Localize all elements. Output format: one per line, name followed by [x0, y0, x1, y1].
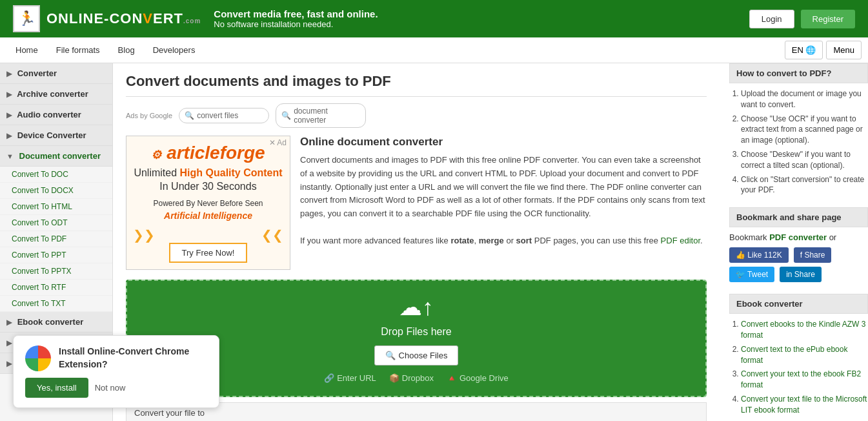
- arrow-icon: ▶: [6, 111, 12, 119]
- merge-label: merge: [479, 236, 504, 245]
- sidebar-archive-label: Archive converter: [17, 89, 88, 99]
- google-drive-label: Google Drive: [459, 373, 509, 383]
- how-to-step-2: Choose "Use OCR" if you want to extract …: [741, 114, 868, 146]
- converter-desc: Convert documents and images to PDF with…: [300, 154, 707, 248]
- content-row: ✕ Ad ⚙ articleforge Unlimited High Quali…: [126, 136, 707, 270]
- bookmark-area: Bookmark PDF converter or: [729, 232, 868, 242]
- ad-search-2[interactable]: 🔍 document converter: [276, 103, 366, 128]
- sidebar-converter-label: Converter: [17, 68, 57, 78]
- facebook-share-button[interactable]: f Share: [794, 247, 832, 263]
- login-button[interactable]: Login: [749, 10, 794, 28]
- sidebar-sub-txt[interactable]: Convert To TXT: [0, 296, 112, 312]
- tagline-main: Convert media free, fast and online.: [214, 8, 378, 19]
- arrow-icon: ▶: [6, 339, 12, 347]
- sidebar-sub-html[interactable]: Convert To HTML: [0, 199, 112, 215]
- linkedin-button[interactable]: in Share: [780, 267, 822, 282]
- how-to-list: Upload the document or image you want to…: [729, 88, 868, 196]
- ad-logo: ⚙ articleforge: [133, 143, 283, 163]
- choose-btn-label: Choose Files: [399, 351, 448, 360]
- converter-desc-or2: or: [504, 236, 516, 245]
- ads-bar: Ads by Google 🔍 convert files 🔍 document…: [126, 103, 707, 128]
- ebook-item-4: Convert your text file to the Microsoft …: [741, 394, 868, 416]
- google-drive-link[interactable]: 🔺 Google Drive: [447, 373, 509, 383]
- converter-desc3: PDF pages, you can use this free: [532, 236, 660, 245]
- google-drive-icon: 🔺: [447, 373, 457, 383]
- sidebar-audio-label: Audio converter: [17, 110, 81, 119]
- sidebar-device-label: Device Converter: [17, 130, 86, 140]
- search-icon: 🔍: [185, 111, 194, 120]
- sidebar-sub-rtf[interactable]: Convert To RTF: [0, 280, 112, 296]
- sidebar-sub-docx[interactable]: Convert To DOCX: [0, 183, 112, 199]
- ebook-link-3[interactable]: Convert your text to the ebook FB2 forma…: [741, 369, 861, 389]
- pdf-editor-link[interactable]: PDF editor: [661, 236, 700, 245]
- sidebar-item-audio[interactable]: ▶ Audio converter: [0, 105, 112, 125]
- arrow-icon: ▶: [6, 360, 12, 367]
- ad-headline-orange: High Quality Content: [180, 167, 283, 178]
- choose-files-button[interactable]: 🔍 Choose Files: [374, 345, 459, 365]
- converter-desc-or1: ,: [474, 236, 479, 245]
- header-right: Login Register: [749, 10, 855, 28]
- nav-home[interactable]: Home: [6, 37, 47, 63]
- sidebar-sub-odt[interactable]: Convert To ODT: [0, 215, 112, 231]
- sidebar-sub-ppt[interactable]: Convert To PPT: [0, 247, 112, 263]
- ebook-list: Convert ebooks to the Kindle AZW 3 forma…: [729, 319, 868, 421]
- how-to-section: How to convert to PDF? Upload the docume…: [729, 63, 868, 196]
- converter-title: Online document converter: [300, 136, 707, 149]
- facebook-like-button[interactable]: 👍 Like 112K: [729, 247, 789, 263]
- sidebar-item-converter[interactable]: ▶ Converter: [0, 63, 112, 84]
- how-to-title: How to convert to PDF?: [729, 63, 868, 83]
- yes-install-button[interactable]: Yes, install: [25, 378, 88, 398]
- dropbox-icon: 📦: [389, 373, 399, 383]
- nav-file-formats[interactable]: File formats: [47, 37, 109, 63]
- ad-search-1[interactable]: 🔍 convert files: [179, 108, 269, 123]
- register-button[interactable]: Register: [801, 10, 855, 28]
- social-row-2: 🐦 Tweet in Share: [729, 267, 868, 282]
- ad-headline-plain: Unlimited: [134, 167, 179, 178]
- sidebar-item-document[interactable]: ▼ Document converter: [0, 146, 112, 167]
- ebook-link-1[interactable]: Convert ebooks to the Kindle AZW 3 forma…: [741, 320, 865, 340]
- nav-developers[interactable]: Developers: [144, 37, 205, 63]
- not-now-button[interactable]: Not now: [95, 383, 126, 393]
- sidebar-item-ebook[interactable]: ▶ Ebook converter: [0, 312, 112, 333]
- nav-blog[interactable]: Blog: [109, 37, 144, 63]
- converter-desc2: If you want more advanced features like: [300, 236, 450, 245]
- sidebar-item-device[interactable]: ▶ Device Converter: [0, 125, 112, 146]
- chrome-extension-popup: Install Online-Convert Chrome Extension?…: [13, 335, 219, 408]
- ad-close-button[interactable]: ✕ Ad: [269, 138, 287, 147]
- ad-arrows: ❯❯ ❮❮: [133, 227, 283, 243]
- ad-ai: Artificial Intelligence: [133, 211, 283, 221]
- language-button[interactable]: EN 🌐: [785, 41, 823, 59]
- ebook-link-4[interactable]: Convert your text file to the Microsoft …: [741, 395, 867, 415]
- bookmark-link[interactable]: PDF converter: [769, 232, 827, 242]
- menu-button[interactable]: Menu: [826, 41, 862, 59]
- nav-right: EN 🌐 Menu: [785, 41, 862, 59]
- sidebar-document-label: Document converter: [19, 151, 101, 161]
- ebook-link-2[interactable]: Convert text to the ePub ebook format: [741, 345, 847, 365]
- ad-try-button[interactable]: Try Free Now!: [169, 243, 248, 263]
- sidebar-sub-doc[interactable]: Convert To DOC: [0, 167, 112, 183]
- dropbox-link[interactable]: 📦 Dropbox: [389, 373, 434, 383]
- navbar: Home File formats Blog Developers EN 🌐 M…: [0, 37, 868, 63]
- how-to-step-3: Choose "Deskew" if you want to correct a…: [741, 149, 868, 171]
- ad-sub: Powered By Never Before Seen: [133, 199, 283, 208]
- arrow-icon: ▶: [6, 132, 12, 139]
- converter-desc-text: Convert documents and images to PDF with…: [300, 155, 705, 218]
- sidebar-ebook-label: Ebook converter: [17, 317, 84, 327]
- enter-url-link[interactable]: 🔗 Enter URL: [324, 373, 376, 383]
- sort-label: sort: [516, 236, 532, 245]
- arrow-icon: ▶: [6, 70, 12, 77]
- sidebar-sub-pptx[interactable]: Convert To PPTX: [0, 263, 112, 280]
- ad-inner: ⚙ articleforge Unlimited High Quality Co…: [126, 136, 290, 269]
- search-icon-2: 🔍: [281, 111, 291, 120]
- logo-box: 🏃: [13, 5, 40, 32]
- sidebar-item-archive[interactable]: ▶ Archive converter: [0, 84, 112, 105]
- right-arrow-icon: ❮❮: [261, 227, 283, 243]
- ad-search-text-1: convert files: [197, 111, 238, 120]
- twitter-button[interactable]: 🐦 Tweet: [729, 267, 774, 282]
- upload-icon: ☁↑: [140, 294, 692, 321]
- how-to-step-1: Upload the document or image you want to…: [741, 88, 868, 110]
- logo-icon: 🏃: [18, 10, 35, 27]
- chrome-icon: [25, 345, 51, 371]
- sidebar-sub-pdf[interactable]: Convert To PDF: [0, 231, 112, 247]
- ebook-item-3: Convert your text to the ebook FB2 forma…: [741, 369, 868, 391]
